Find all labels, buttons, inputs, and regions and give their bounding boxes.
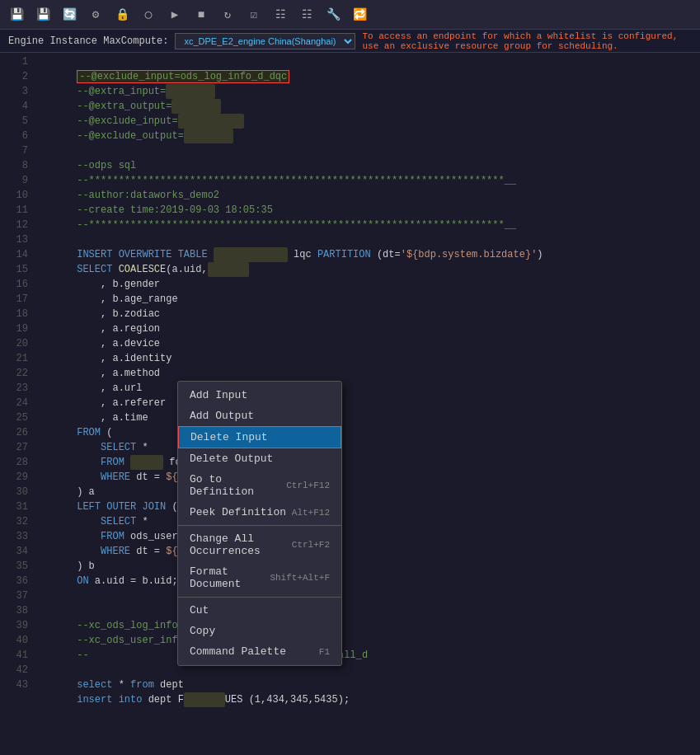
context-menu: Add Input Add Output Delete Input Delete…: [177, 381, 342, 666]
code-content[interactable]: --@exclude_input=ods_log_info_d_dqc --@e…: [35, 53, 700, 755]
ctx-go-to-def[interactable]: Go to Definition Ctrl+F12: [178, 469, 341, 502]
ctx-peek-def-shortcut: Alt+F12: [292, 508, 330, 518]
ctx-change-occurrences[interactable]: Change All Occurrences Ctrl+F2: [178, 528, 341, 561]
ctx-copy[interactable]: Copy: [178, 621, 341, 641]
settings-icon[interactable]: ⚙: [87, 7, 104, 23]
ctx-delete-output[interactable]: Delete Output: [178, 448, 341, 469]
code-line-42: select * from dept: [41, 663, 700, 678]
code-line-13: INSERT OVERWRITE TABLE lqc PARTITION (dt…: [41, 232, 700, 247]
refresh-icon[interactable]: 🔄: [61, 7, 78, 23]
ctx-cut-label: Cut: [190, 604, 209, 617]
sync-icon[interactable]: ↻: [219, 7, 236, 23]
save-all-icon[interactable]: 💾: [35, 7, 51, 23]
lock-icon[interactable]: 🔒: [114, 7, 130, 23]
code-line-38: --xc_ods_log_info_: [41, 603, 700, 618]
ctx-copy-label: Copy: [190, 625, 215, 637]
wrench-icon[interactable]: 🔧: [325, 7, 341, 23]
ctx-go-to-def-label: Go to Definition: [190, 473, 286, 498]
ctx-add-output[interactable]: Add Output: [178, 406, 341, 426]
ctx-separator-1: [178, 525, 341, 526]
ctx-delete-input-label: Delete Input: [190, 431, 268, 443]
editor-area: 12345 678910 1112131415 1617181920 21222…: [0, 53, 700, 755]
engine-warning: To access an endpoint for which a whitel…: [362, 31, 692, 51]
ctx-delete-input[interactable]: Delete Input: [178, 426, 341, 448]
table-icon[interactable]: ☷: [298, 7, 315, 23]
stop-icon[interactable]: ■: [193, 7, 209, 23]
ctx-add-input-label: Add Input: [190, 389, 247, 401]
ctx-delete-output-label: Delete Output: [190, 453, 273, 465]
ctx-peek-def-label: Peek Definition: [190, 506, 286, 518]
save-icon[interactable]: 💾: [8, 7, 25, 23]
ctx-cut[interactable]: Cut: [178, 600, 341, 621]
ctx-format-doc-label: Format Document: [190, 565, 270, 590]
engine-label: Engine Instance MaxCompute:: [8, 35, 168, 47]
ctx-change-occurrences-shortcut: Ctrl+F2: [292, 540, 330, 550]
code-line-30: LEFT OUTER JOIN (: [41, 485, 700, 499]
ctx-add-output-label: Add Output: [190, 410, 254, 422]
ctx-separator-2: [178, 597, 341, 598]
code-line-37: [41, 589, 700, 603]
ctx-command-palette-shortcut: F1: [319, 647, 330, 657]
line-numbers: 12345 678910 1112131415 1617181920 21222…: [0, 53, 35, 755]
ctx-format-doc-shortcut: Shift+Alt+F: [270, 573, 330, 583]
engine-select[interactable]: xc_DPE_E2_engine China(Shanghai): [175, 33, 355, 49]
share-icon[interactable]: 🔁: [351, 7, 368, 23]
play-icon[interactable]: ▶: [167, 7, 183, 23]
toolbar: 💾 💾 🔄 ⚙ 🔒 ◯ ▶ ■ ↻ ☑ ☷ ☷ 🔧 🔁: [0, 0, 700, 30]
code-line-1: --@exclude_input=ods_log_info_d_dqc: [41, 54, 700, 69]
ctx-change-occurrences-label: Change All Occurrences: [190, 532, 292, 557]
ctx-command-palette-label: Command Palette: [190, 645, 286, 658]
engine-bar: Engine Instance MaxCompute: xc_DPE_E2_en…: [0, 30, 700, 53]
ctx-add-input[interactable]: Add Input: [178, 385, 341, 406]
code-line-7: --odps sql: [41, 143, 700, 158]
ctx-format-doc[interactable]: Format Document Shift+Alt+F: [178, 561, 341, 594]
circle-icon[interactable]: ◯: [140, 7, 157, 23]
ctx-peek-def[interactable]: Peek Definition Alt+F12: [178, 502, 341, 523]
code-line-8: --**************************************…: [41, 158, 700, 173]
ctx-go-to-def-shortcut: Ctrl+F12: [286, 481, 330, 490]
code-line-26: SELECT *: [41, 425, 700, 440]
code-line-35: ON a.uid = b.uid;: [41, 559, 700, 574]
grid-icon[interactable]: ☷: [272, 7, 289, 23]
check-icon[interactable]: ☑: [246, 7, 262, 23]
ctx-command-palette[interactable]: Command Palette F1: [178, 641, 341, 662]
